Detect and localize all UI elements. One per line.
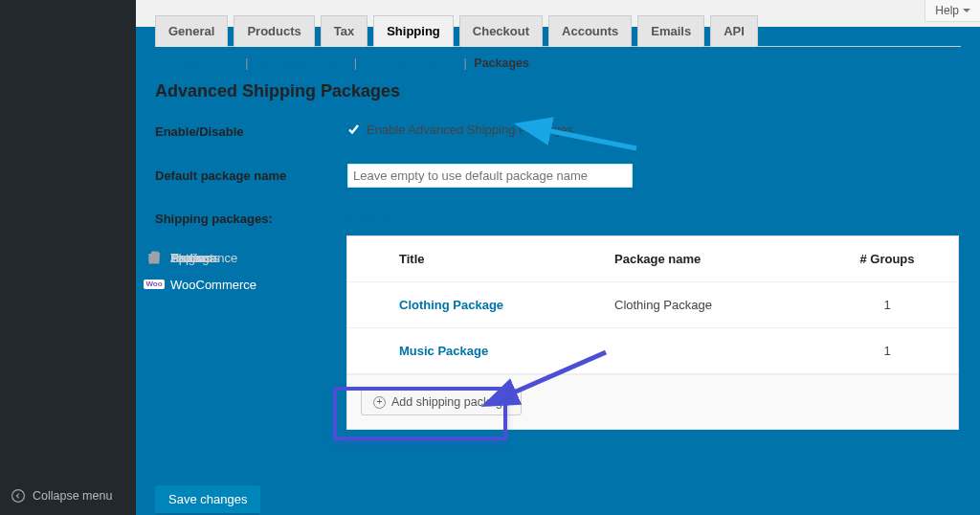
tab-api[interactable]: API (710, 15, 758, 47)
table-header-row: Title Package name # Groups (347, 236, 958, 282)
tab-emails[interactable]: Emails (637, 15, 704, 47)
col-title: Title (399, 252, 614, 266)
add-button-label: Add shipping package (391, 395, 509, 409)
subsection-shipping-classes[interactable]: Shipping Classes (365, 56, 457, 70)
caret-down-icon (963, 9, 970, 12)
package-title-link[interactable]: Music Package (399, 344, 614, 358)
enable-label: Enable/Disable (155, 124, 346, 139)
quick-tips-toggle[interactable]: Quick tips › (346, 212, 411, 226)
package-groups-cell: 1 (830, 298, 945, 312)
tab-tax[interactable]: Tax (321, 15, 368, 47)
settings-tabs: General Products Tax Shipping Checkout A… (155, 15, 961, 47)
collapse-label: Collapse menu (33, 489, 112, 503)
subsection-packages-current: Packages (474, 56, 529, 70)
help-label: Help (935, 4, 959, 17)
admin-sidebar: Dashboard Posts Media Pages Comments Woo… (0, 0, 136, 515)
col-groups: # Groups (830, 252, 945, 266)
tab-accounts[interactable]: Accounts (548, 15, 632, 47)
save-changes-button[interactable]: Save changes (155, 485, 260, 515)
help-dropdown[interactable]: Help (924, 0, 980, 22)
chevron-right-icon: › (407, 212, 411, 226)
package-title-link[interactable]: Clothing Package (399, 298, 614, 312)
packages-table: Title Package name # Groups Clothing Pac… (346, 235, 959, 430)
page-title: Advanced Shipping Packages (155, 81, 961, 101)
enable-checkbox-label: Enable Advanced Shipping Packages (367, 123, 573, 137)
table-row: Clothing Package Clothing Package 1 (347, 282, 958, 328)
subsection-shipping-zones[interactable]: Shipping Zones (155, 56, 238, 70)
enable-checkbox[interactable] (346, 123, 361, 137)
row-default-name: Default package name (155, 163, 961, 189)
tab-shipping[interactable]: Shipping (373, 15, 454, 47)
collapse-icon (10, 488, 27, 504)
add-shipping-package-button[interactable]: + Add shipping package (361, 389, 522, 415)
table-footer: + Add shipping package (347, 374, 958, 429)
collapse-menu[interactable]: Collapse menu (0, 482, 136, 509)
main-content: Help General Products Tax Shipping Check… (136, 0, 980, 515)
sub-sections: Shipping Zones | Shipping Options | Ship… (155, 56, 961, 70)
package-groups-cell: 1 (830, 344, 945, 358)
col-package-name: Package name (614, 252, 830, 266)
packages-label: Shipping packages: (155, 212, 346, 226)
plus-circle-icon: + (373, 396, 386, 409)
row-packages: Shipping packages: Quick tips › Title Pa… (155, 212, 961, 430)
default-package-name-input[interactable] (346, 163, 634, 189)
default-name-label: Default package name (155, 168, 346, 183)
row-enable: Enable/Disable Enable Advanced Shipping … (155, 123, 961, 140)
subsection-shipping-options[interactable]: Shipping Options (256, 56, 346, 70)
package-name-cell: Clothing Package (614, 298, 830, 312)
tab-checkout[interactable]: Checkout (459, 15, 543, 47)
tab-general[interactable]: General (155, 15, 228, 47)
table-row: Music Package 1 (347, 328, 958, 374)
svg-point-0 (12, 490, 25, 503)
tab-products[interactable]: Products (234, 15, 314, 47)
quick-tips-label: Quick tips (346, 212, 401, 226)
